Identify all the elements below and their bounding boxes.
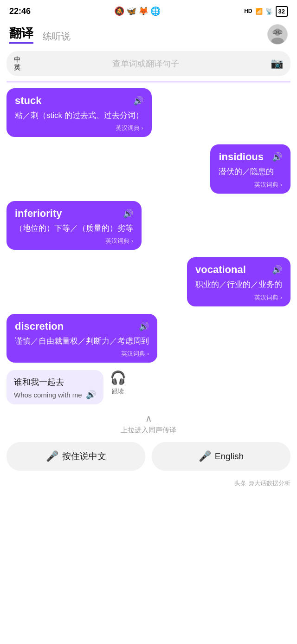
camera-icon[interactable]: 📷 xyxy=(271,58,283,70)
app-icon-1: 🦋 xyxy=(126,6,136,16)
bottom-buttons: 🎤 按住说中文 🎤 English xyxy=(0,437,297,477)
pullup-arrow-icon: ∧ xyxy=(145,413,152,424)
word-vocational: vocational xyxy=(195,264,246,276)
sound-icon-discretion[interactable]: 🔊 xyxy=(139,321,149,332)
speak-chinese-button[interactable]: 🎤 按住说中文 xyxy=(6,442,145,471)
word-discretion: discretion xyxy=(15,320,64,332)
dict-link-vocational[interactable]: 英汉词典 › xyxy=(195,293,282,302)
search-bar[interactable]: 中 英 查单词或翻译句子 📷 xyxy=(6,51,291,76)
word-bubble-inferiority: inferiority 🔊 （地位的）下等／（质量的）劣等 英汉词典 › xyxy=(6,201,142,250)
sound-icon-stuck[interactable]: 🔊 xyxy=(133,96,143,106)
meaning-discretion: 谨慎／自由裁量权／判断力／考虑周到 xyxy=(15,335,149,347)
dict-link-discretion[interactable]: 英汉词典 › xyxy=(15,350,149,358)
sound-icon-insidious[interactable]: 🔊 xyxy=(272,152,282,162)
word-inferiority: inferiority xyxy=(15,208,62,220)
dict-link-insidious[interactable]: 英汉词典 › xyxy=(219,181,282,189)
meaning-vocational: 职业的／行业的／业务的 xyxy=(195,279,282,291)
search-input[interactable]: 查单词或翻译句子 xyxy=(25,58,266,69)
meaning-stuck: 粘／刺（stick 的过去式、过去分词） xyxy=(15,110,143,122)
word-bubble-vocational: vocational 🔊 职业的／行业的／业务的 英汉词典 › xyxy=(187,257,291,306)
translation-en: Whos coming with me 🔊 xyxy=(14,390,96,400)
top-gradient-divider xyxy=(6,81,291,84)
follow-label: 跟读 xyxy=(112,387,124,396)
word-stuck: stuck xyxy=(15,95,41,107)
follow-read-button[interactable]: 🎧 跟读 xyxy=(110,370,126,396)
bell-icon: 🔕 xyxy=(114,6,124,16)
app-icon-2: 🦊 xyxy=(138,6,148,16)
word-bubble-insidious: insidious 🔊 潜伏的／隐患的 英汉词典 › xyxy=(210,144,291,194)
mic-icon-chinese: 🎤 xyxy=(46,450,58,462)
pullup-text: 上拉进入同声传译 xyxy=(121,426,176,435)
hd-label: HD xyxy=(244,8,252,14)
headphone-icon: 🎧 xyxy=(110,370,126,385)
status-time: 22:46 xyxy=(9,7,31,16)
tab-translate[interactable]: 翻译 xyxy=(9,25,33,44)
speak-english-button[interactable]: 🎤 English xyxy=(152,442,291,471)
app-icon-3: 🌐 xyxy=(150,6,161,16)
battery-indicator: 32 xyxy=(276,6,288,17)
translation-follow-row: 谁和我一起去 Whos coming with me 🔊 🎧 跟读 xyxy=(0,370,297,404)
dict-link-stuck[interactable]: 英汉词典 › xyxy=(15,124,143,132)
notification-icons: 🔕 🦋 🦊 🌐 xyxy=(114,6,161,16)
speak-english-label: English xyxy=(215,451,244,462)
sound-icon-translation[interactable]: 🔊 xyxy=(86,390,96,400)
header-tabs: 翻译 练听说 xyxy=(9,25,71,44)
wifi-icon: 📡 xyxy=(265,8,273,15)
meaning-insidious: 潜伏的／隐患的 xyxy=(219,166,282,178)
translation-zh: 谁和我一起去 xyxy=(14,377,96,388)
pullup-section[interactable]: ∧ 上拉进入同声传译 xyxy=(0,404,297,437)
word-bubble-stuck: stuck 🔊 粘／刺（stick 的过去式、过去分词） 英汉词典 › xyxy=(6,88,152,137)
signal-icon: 📶 xyxy=(255,8,263,15)
status-icons: HD 📶 📡 32 xyxy=(244,6,288,17)
lang-switch-icon[interactable]: 中 英 xyxy=(14,56,20,72)
sound-icon-inferiority[interactable]: 🔊 xyxy=(123,208,133,219)
meaning-inferiority: （地位的）下等／（质量的）劣等 xyxy=(15,222,133,234)
sound-icon-vocational[interactable]: 🔊 xyxy=(272,265,282,275)
mic-icon-english: 🎤 xyxy=(199,450,211,462)
avatar[interactable] xyxy=(267,24,288,45)
word-insidious: insidious xyxy=(219,151,264,163)
status-bar: 22:46 🔕 🦋 🦊 🌐 HD 📶 📡 32 xyxy=(0,0,297,20)
translation-card: 谁和我一起去 Whos coming with me 🔊 xyxy=(6,370,103,404)
chat-area: stuck 🔊 粘／刺（stick 的过去式、过去分词） 英汉词典 › insi… xyxy=(0,88,297,369)
watermark: 头条 @大话数据分析 xyxy=(0,477,297,491)
header: 翻译 练听说 xyxy=(0,20,297,47)
tab-listen-speak[interactable]: 练听说 xyxy=(43,30,71,44)
speak-chinese-label: 按住说中文 xyxy=(62,450,106,462)
word-bubble-discretion: discretion 🔊 谨慎／自由裁量权／判断力／考虑周到 英汉词典 › xyxy=(6,314,157,363)
dict-link-inferiority[interactable]: 英汉词典 › xyxy=(15,237,133,245)
